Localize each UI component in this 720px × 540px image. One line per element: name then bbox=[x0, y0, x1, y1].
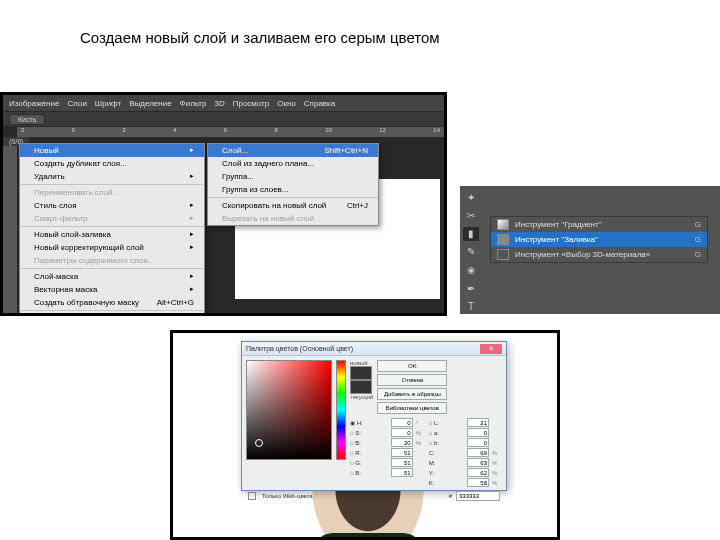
menu-Просмотр[interactable]: Просмотр bbox=[233, 99, 270, 108]
new-submenu-item-1[interactable]: Слой из заднего плана... bbox=[208, 157, 378, 170]
color-picker-dialog: Палитра цветов (Основной цвет) ✕ новый т… bbox=[241, 341, 507, 491]
toolbar: ✦ ✂ ▮ ✎ ❀ ✒ T bbox=[460, 186, 482, 314]
layer-menu-item-12[interactable]: Слой-маска bbox=[20, 270, 204, 283]
a-field[interactable] bbox=[467, 428, 489, 437]
l-field[interactable] bbox=[467, 418, 489, 427]
cube-icon bbox=[497, 249, 509, 260]
layer-menu-item-16[interactable]: Смарт-объект bbox=[20, 312, 204, 316]
layer-new-submenu[interactable]: Слой...Shift+Ctrl+NСлой из заднего плана… bbox=[207, 143, 379, 226]
flyout-item-1[interactable]: Инструмент "Заливка"G bbox=[491, 232, 707, 247]
layer-menu-item-9[interactable]: Новый корректирующий слой bbox=[20, 241, 204, 254]
color-values-grid: ◉ H:° ○ L: ○ S:% ○ a: ○ B:% ○ b: ○ R: C:… bbox=[350, 418, 502, 487]
color-libraries-button[interactable]: Библиотеки цветов bbox=[377, 402, 447, 414]
layer-menu-item-13[interactable]: Векторная маска bbox=[20, 283, 204, 296]
current-color-swatch bbox=[350, 380, 372, 394]
new-submenu-item-5[interactable]: Скопировать на новый слойCtrl+J bbox=[208, 199, 378, 212]
tool-flyout-menu[interactable]: Инструмент "Градиент"GИнструмент "Заливк… bbox=[490, 216, 708, 263]
color-picker-screenshot: Палитра цветов (Основной цвет) ✕ новый т… bbox=[170, 330, 560, 540]
photoshop-layer-menu-screenshot: ИзображениеСлоиШрифтВыделениеФильтр3DПро… bbox=[0, 92, 447, 316]
brush-preset[interactable]: Кисть bbox=[9, 114, 45, 125]
menu-Слои[interactable]: Слои bbox=[67, 99, 86, 108]
m-field[interactable] bbox=[467, 458, 489, 467]
clone-tool-icon[interactable]: ❀ bbox=[463, 263, 479, 277]
hue-slider[interactable] bbox=[336, 360, 346, 460]
layer-menu-item-1[interactable]: Создать дубликат слоя... bbox=[20, 157, 204, 170]
ruler-horizontal: 202468101214 bbox=[17, 127, 444, 137]
color-cursor-icon bbox=[255, 439, 263, 447]
photoshop-tool-flyout-screenshot: ✦ ✂ ▮ ✎ ❀ ✒ T Инструмент "Градиент"GИнст… bbox=[460, 186, 720, 314]
layer-menu-item-2[interactable]: Удалить bbox=[20, 170, 204, 183]
cancel-button[interactable]: Отмена bbox=[377, 374, 447, 386]
ok-button[interactable]: OK bbox=[377, 360, 447, 372]
g-field[interactable] bbox=[391, 458, 413, 467]
canvas-area: 202468101214 (8/8) НовыйСоздать дубликат… bbox=[3, 127, 444, 313]
options-bar: Кисть bbox=[3, 111, 444, 127]
brush-tool-icon[interactable]: ✎ bbox=[463, 245, 479, 259]
bucket-tool-icon[interactable]: ▮ bbox=[463, 227, 479, 241]
new-submenu-item-0[interactable]: Слой...Shift+Ctrl+N bbox=[208, 144, 378, 157]
r-field[interactable] bbox=[391, 448, 413, 457]
layer-menu-item-6: Смарт-фильтр bbox=[20, 212, 204, 225]
ruler-vertical bbox=[3, 137, 17, 313]
web-colors-label: Только Web-цвета bbox=[262, 493, 313, 499]
c-field[interactable] bbox=[467, 448, 489, 457]
menu-Окно[interactable]: Окно bbox=[277, 99, 296, 108]
application-menubar: ИзображениеСлоиШрифтВыделениеФильтр3DПро… bbox=[3, 95, 444, 111]
b-field[interactable] bbox=[391, 468, 413, 477]
menu-3D[interactable]: 3D bbox=[214, 99, 224, 108]
br-field[interactable] bbox=[391, 438, 413, 447]
web-colors-checkbox[interactable] bbox=[248, 492, 256, 500]
menu-Изображение[interactable]: Изображение bbox=[9, 99, 59, 108]
s-field[interactable] bbox=[391, 428, 413, 437]
add-to-swatches-button[interactable]: Добавить в образцы bbox=[377, 388, 447, 400]
layer-menu-item-0[interactable]: Новый bbox=[20, 144, 204, 157]
k-field[interactable] bbox=[467, 478, 489, 487]
y-field[interactable] bbox=[467, 468, 489, 477]
bucket-icon bbox=[497, 234, 509, 245]
new-submenu-item-2[interactable]: Группа... bbox=[208, 170, 378, 183]
saturation-brightness-field[interactable] bbox=[246, 360, 332, 460]
type-tool-icon[interactable]: T bbox=[463, 300, 479, 314]
flyout-item-0[interactable]: Инструмент "Градиент"G bbox=[491, 217, 707, 232]
menu-Выделение[interactable]: Выделение bbox=[129, 99, 171, 108]
b2-field[interactable] bbox=[467, 438, 489, 447]
layer-menu-item-4: Переименовать слой... bbox=[20, 186, 204, 199]
menu-Справка[interactable]: Справка bbox=[304, 99, 335, 108]
menu-Фильтр[interactable]: Фильтр bbox=[180, 99, 207, 108]
layer-menu-item-8[interactable]: Новый слой-заливка bbox=[20, 228, 204, 241]
current-color-label: текущий bbox=[350, 394, 373, 400]
h-field[interactable] bbox=[391, 418, 413, 427]
hex-field[interactable] bbox=[456, 491, 500, 501]
flyout-item-2[interactable]: Инструмент «Выбор 3D-материала»G bbox=[491, 247, 707, 262]
layer-menu-item-10: Параметры содержимого слоя... bbox=[20, 254, 204, 267]
layer-menu[interactable]: НовыйСоздать дубликат слоя...УдалитьПере… bbox=[19, 143, 205, 316]
new-submenu-item-6: Вырезать на новый слой bbox=[208, 212, 378, 225]
new-submenu-item-3[interactable]: Группа из слоев... bbox=[208, 183, 378, 196]
grad-icon bbox=[497, 219, 509, 230]
hex-label: # bbox=[449, 493, 452, 499]
pen-tool-icon[interactable]: ✒ bbox=[463, 281, 479, 295]
dialog-title: Палитра цветов (Основной цвет) bbox=[246, 345, 353, 352]
eyedropper-tool-icon[interactable]: ✦ bbox=[463, 190, 479, 204]
new-color-swatch bbox=[350, 366, 372, 380]
menu-Шрифт[interactable]: Шрифт bbox=[95, 99, 121, 108]
slide-caption: Создаем новый слой и заливаем его серым … bbox=[80, 28, 460, 48]
dialog-titlebar: Палитра цветов (Основной цвет) ✕ bbox=[242, 342, 506, 356]
layer-menu-item-5[interactable]: Стиль слоя bbox=[20, 199, 204, 212]
crop-tool-icon[interactable]: ✂ bbox=[463, 208, 479, 222]
layer-menu-item-14[interactable]: Создать обтравочную маскуAlt+Ctrl+G bbox=[20, 296, 204, 309]
close-icon[interactable]: ✕ bbox=[480, 344, 502, 354]
